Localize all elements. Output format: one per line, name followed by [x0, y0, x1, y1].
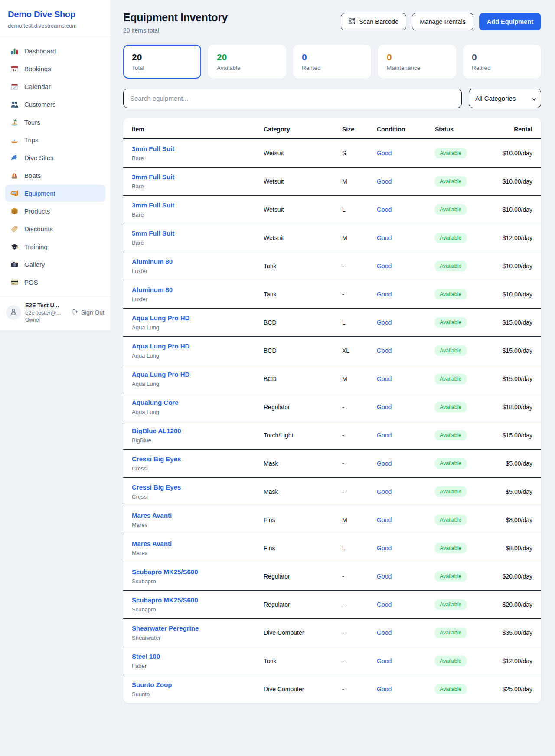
category-select[interactable]: All Categories	[469, 89, 541, 108]
condition-link[interactable]: Good	[377, 234, 392, 241]
filter-row: All Categories	[123, 89, 541, 108]
item-link[interactable]: Shearwater Peregrine	[132, 625, 199, 632]
condition-link[interactable]: Good	[377, 657, 392, 664]
item-link[interactable]: Aqua Lung Pro HD	[132, 342, 189, 350]
item-link[interactable]: Cressi Big Eyes	[132, 455, 181, 463]
item-link[interactable]: Mares Avanti	[132, 512, 172, 519]
customers-icon	[10, 100, 19, 108]
condition-link[interactable]: Good	[377, 150, 392, 157]
item-category: Regulator	[257, 562, 335, 591]
stat-card-retired[interactable]: 0Retired	[463, 45, 541, 79]
item-size: -	[335, 647, 370, 675]
condition-link[interactable]: Good	[377, 629, 392, 636]
item-category: Fins	[257, 534, 335, 562]
sidebar-item-boats[interactable]: Boats	[5, 167, 105, 184]
sidebar-item-gallery[interactable]: Gallery	[5, 256, 105, 273]
item-link[interactable]: 3mm Full Suit	[132, 173, 174, 181]
condition-link[interactable]: Good	[377, 206, 392, 213]
sidebar-item-calendar[interactable]: Calendar	[5, 78, 105, 95]
status-badge: Available	[435, 289, 467, 299]
search-input[interactable]	[123, 89, 462, 108]
item-link[interactable]: Aqualung Core	[132, 399, 179, 406]
item-link[interactable]: Aluminum 80	[132, 286, 173, 293]
condition-link[interactable]: Good	[377, 488, 392, 495]
item-brand: Aqua Lung	[132, 352, 250, 359]
scan-barcode-button[interactable]: Scan Barcode	[341, 13, 406, 30]
condition-link[interactable]: Good	[377, 460, 392, 467]
item-link[interactable]: Suunto Zoop	[132, 681, 172, 688]
item-category: Regulator	[257, 393, 335, 421]
item-link[interactable]: Mares Avanti	[132, 540, 172, 547]
column-header-item: Item	[123, 118, 257, 139]
stat-card-rented[interactable]: 0Rented	[293, 45, 371, 79]
item-link[interactable]: Steel 100	[132, 653, 160, 660]
status-badge: Available	[435, 176, 467, 187]
status-badge: Available	[435, 458, 467, 469]
sidebar-item-equipment[interactable]: Equipment	[5, 185, 105, 202]
sidebar-item-trips[interactable]: Trips	[5, 131, 105, 148]
condition-link[interactable]: Good	[377, 178, 392, 185]
rental-rate: $15.00/day	[493, 309, 541, 337]
condition-link[interactable]: Good	[377, 545, 392, 552]
item-link[interactable]: 3mm Full Suit	[132, 201, 174, 209]
item-size: -	[335, 393, 370, 421]
sidebar-item-discounts[interactable]: Discounts	[5, 220, 105, 237]
item-link[interactable]: Scubapro MK25/S600	[132, 596, 198, 604]
sidebar-item-training[interactable]: Training	[5, 238, 105, 255]
sidebar-item-pos[interactable]: POS	[5, 274, 105, 291]
item-link[interactable]: BigBlue AL1200	[132, 427, 181, 434]
condition-link[interactable]: Good	[377, 573, 392, 580]
item-link[interactable]: Cressi Big Eyes	[132, 483, 181, 491]
stat-card-available[interactable]: 20Available	[208, 45, 286, 79]
stat-label: Total	[132, 65, 193, 71]
sign-out-button[interactable]: Sign Out	[72, 309, 104, 316]
sidebar-item-dive-sites[interactable]: Dive Sites	[5, 149, 105, 166]
sidebar-item-tours[interactable]: Tours	[5, 114, 105, 131]
condition-link[interactable]: Good	[377, 686, 392, 693]
table-row: Aqua Lung Pro HDAqua LungBCDMGoodAvailab…	[123, 365, 541, 393]
sidebar-item-dashboard[interactable]: Dashboard	[5, 43, 105, 59]
condition-link[interactable]: Good	[377, 432, 392, 439]
condition-link[interactable]: Good	[377, 375, 392, 382]
item-link[interactable]: 3mm Full Suit	[132, 145, 174, 152]
status-badge: Available	[435, 571, 467, 582]
item-link[interactable]: 5mm Full Suit	[132, 230, 174, 237]
status-badge: Available	[435, 261, 467, 271]
item-link[interactable]: Aqua Lung Pro HD	[132, 314, 189, 322]
item-link[interactable]: Aqua Lung Pro HD	[132, 371, 189, 378]
item-category: Wetsuit	[257, 196, 335, 224]
stat-value: 20	[217, 52, 278, 62]
item-category: Mask	[257, 478, 335, 506]
stat-card-maintenance[interactable]: 0Maintenance	[378, 45, 456, 79]
table-row: 5mm Full SuitBareWetsuitMGoodAvailable$1…	[123, 224, 541, 252]
sidebar-item-bookings[interactable]: 17Bookings	[5, 60, 105, 77]
condition-link[interactable]: Good	[377, 347, 392, 354]
item-brand: Aqua Lung	[132, 409, 250, 415]
item-link[interactable]: Scubapro MK25/S600	[132, 568, 198, 575]
item-category: Tank	[257, 252, 335, 280]
condition-link[interactable]: Good	[377, 601, 392, 608]
status-badge: Available	[435, 374, 467, 384]
item-category: Fins	[257, 506, 335, 534]
condition-link[interactable]: Good	[377, 291, 392, 298]
condition-link[interactable]: Good	[377, 404, 392, 411]
manage-rentals-label: Manage Rentals	[420, 18, 466, 25]
item-link[interactable]: Aluminum 80	[132, 258, 173, 265]
calendar-icon	[10, 82, 19, 91]
item-brand: Aqua Lung	[132, 324, 250, 331]
condition-link[interactable]: Good	[377, 263, 392, 270]
condition-link[interactable]: Good	[377, 516, 392, 523]
stat-card-total[interactable]: 20Total	[123, 45, 201, 79]
sidebar-item-label: Products	[24, 207, 50, 215]
item-brand: Cressi	[132, 493, 250, 500]
add-equipment-button[interactable]: Add Equipment	[479, 13, 541, 30]
item-brand: Faber	[132, 663, 250, 669]
sidebar-item-customers[interactable]: Customers	[5, 96, 105, 113]
rental-rate: $18.00/day	[493, 393, 541, 421]
table-row: Cressi Big EyesCressiMask-GoodAvailable$…	[123, 478, 541, 506]
item-size: -	[335, 478, 370, 506]
manage-rentals-button[interactable]: Manage Rentals	[412, 13, 473, 30]
sidebar-item-products[interactable]: Products	[5, 203, 105, 220]
sidebar-item-label: Calendar	[24, 83, 51, 90]
condition-link[interactable]: Good	[377, 319, 392, 326]
